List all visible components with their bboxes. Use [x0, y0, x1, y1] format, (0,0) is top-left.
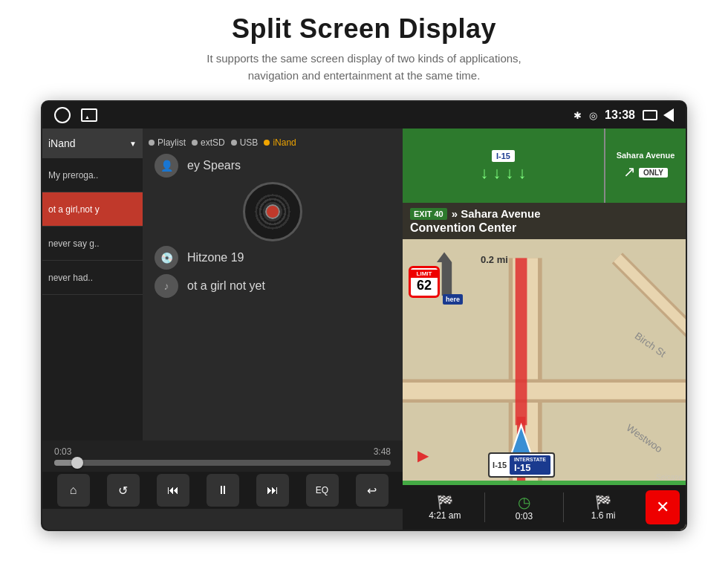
eta-block: 🏁 4:21 am — [409, 494, 481, 521]
i15-container: I-15 INTERSTATE I-15 — [488, 452, 555, 478]
checkered-flag-2-icon: 🏁 — [595, 494, 611, 510]
distance-block: 🏁 1.6 mi — [567, 494, 640, 521]
source-selector[interactable]: iNand ▼ — [42, 129, 143, 158]
vinyl-disc — [243, 182, 302, 241]
tab-inand[interactable]: iNand — [264, 137, 296, 148]
music-main: Playlist extSD USB iNand — [143, 129, 403, 440]
split-screen: iNand ▼ My preroga.. ot a girl,not y nev… — [42, 129, 686, 530]
playlist-item-2[interactable]: ot a girl,not y — [42, 192, 143, 227]
artist-row: 👤 ey Spears — [143, 154, 403, 178]
control-bar: ⌂ ↺ ⏮ ⏸ ⏭ EQ ↩ — [42, 472, 403, 509]
speed-limit-label: LIMIT — [411, 270, 438, 278]
exit-destination-line2: Convention Center — [410, 221, 678, 235]
nav-bottom-bar: 🏁 4:21 am ◷ 0:03 🏁 1.6 mi ✕ — [403, 485, 686, 530]
playlist-item-4[interactable]: never had.. — [42, 261, 143, 295]
distance-display: 0.2 mi — [481, 254, 508, 265]
speed-limit-value: 62 — [411, 278, 438, 294]
total-distance-value: 1.6 mi — [591, 510, 616, 521]
page-title: Split Screen Display — [0, 13, 728, 45]
green-sign-right: Sahara Avenue ↗ ONLY — [604, 129, 686, 203]
arrow-row: ↓ ↓ ↓ ↓ — [481, 165, 527, 181]
vinyl-center — [265, 204, 280, 219]
track-row: ♪ ot a girl not yet — [143, 274, 403, 298]
back-button[interactable]: ↩ — [356, 474, 389, 507]
only-badge: ONLY — [639, 168, 668, 178]
tab-playlist[interactable]: Playlist — [149, 137, 186, 148]
nav-divider-2 — [563, 492, 564, 522]
nav-icons — [643, 108, 674, 122]
device-frame: ✱ ◎ 13:38 iNand ▼ My preroga.. ot a gi — [41, 100, 687, 531]
highway-sign-area: I-15 ↓ ↓ ↓ ↓ Sahara Avenue ↗ ONLY — [403, 129, 686, 203]
prev-button[interactable]: ⏮ — [157, 474, 189, 507]
repeat-button[interactable]: ↺ — [107, 474, 140, 507]
eq-button[interactable]: EQ — [306, 474, 339, 507]
time-display: 13:38 — [605, 108, 635, 122]
nav-divider-1 — [484, 492, 485, 522]
screen-icon — [643, 110, 657, 120]
down-arrow-2: ↓ — [493, 165, 501, 181]
sahara-street-text: Sahara Avenue — [617, 151, 675, 160]
tab-extsd[interactable]: extSD — [192, 137, 225, 148]
progress-bar[interactable] — [54, 460, 391, 466]
nav-map: Birch St Westwoo I-15 ↓ ↓ ↓ ↓ — [403, 129, 686, 530]
source-tabs: Playlist extSD USB iNand — [143, 134, 403, 154]
here-badge: here — [443, 294, 463, 305]
home-button[interactable]: ⌂ — [57, 474, 90, 507]
source-label: iNand — [48, 137, 76, 149]
status-bar: ✱ ◎ 13:38 — [42, 102, 686, 129]
progress-area: 0:03 3:48 — [42, 440, 403, 472]
album-row: 💿 Hitzone 19 — [143, 246, 403, 270]
down-arrow-4: ↓ — [519, 165, 527, 181]
nav-panel: Birch St Westwoo I-15 ↓ ↓ ↓ ↓ — [403, 129, 686, 530]
playlist-sidebar: iNand ▼ My preroga.. ot a girl,not y nev… — [42, 129, 143, 440]
album-icon: 💿 — [155, 246, 178, 270]
clock-icon: ◷ — [518, 493, 530, 511]
bluetooth-icon: ✱ — [573, 110, 582, 121]
vinyl-art — [243, 182, 302, 241]
exit-badge: EXIT 40 — [410, 208, 447, 220]
exit-banner: EXIT 40 » Sahara Avenue Convention Cente… — [403, 203, 686, 239]
page-subtitle: It supports the same screen display of t… — [0, 51, 728, 84]
direction-arrow: ▶ — [417, 446, 429, 464]
map-content: LIMIT 62 here 0.2 mi I-15 INTERSTATE I-1… — [403, 244, 686, 485]
album-text: Hitzone 19 — [187, 251, 244, 264]
status-right: ✱ ◎ 13:38 — [573, 108, 674, 122]
music-top: iNand ▼ My preroga.. ot a girl,not y nev… — [42, 129, 403, 440]
speed-limit-sign: LIMIT 62 — [409, 266, 440, 298]
green-sign-left: I-15 ↓ ↓ ↓ ↓ — [403, 129, 604, 203]
next-button[interactable]: ⏭ — [256, 474, 289, 507]
exit-destination-line1: » Sahara Avenue — [452, 207, 541, 220]
elapsed-value: 0:03 — [516, 511, 533, 521]
down-arrow-1: ↓ — [481, 165, 489, 181]
location-icon: ◎ — [589, 110, 597, 121]
playlist-item-3[interactable]: never say g.. — [42, 227, 143, 261]
eta-value: 4:21 am — [429, 510, 461, 521]
i15-label: I-15 — [493, 461, 507, 469]
elapsed-block: ◷ 0:03 — [488, 493, 561, 521]
music-icon: ♪ — [155, 274, 178, 298]
progress-thumb[interactable] — [71, 457, 83, 469]
music-panel: iNand ▼ My preroga.. ot a girl,not y nev… — [42, 129, 403, 530]
i15-number: I-15 — [514, 462, 546, 473]
image-icon — [81, 108, 97, 122]
up-arrow-icon: ↗ — [623, 163, 636, 181]
time-row: 0:03 3:48 — [54, 446, 391, 457]
down-arrow-3: ↓ — [506, 165, 514, 181]
page-header: Split Screen Display It supports the sam… — [0, 0, 728, 91]
status-left — [54, 107, 97, 123]
back-icon — [663, 108, 674, 122]
i15-shield: INTERSTATE I-15 — [510, 455, 550, 475]
time-total: 3:48 — [374, 446, 391, 457]
close-nav-button[interactable]: ✕ — [646, 490, 680, 524]
dropdown-arrow-icon: ▼ — [129, 140, 137, 148]
circle-icon — [54, 107, 71, 123]
tab-usb[interactable]: USB — [231, 137, 259, 148]
playlist-item-1[interactable]: My preroga.. — [42, 158, 143, 192]
highway-badge: I-15 — [492, 150, 515, 162]
artist-text: ey Spears — [187, 159, 241, 172]
checkered-flag-1-icon: 🏁 — [437, 494, 453, 510]
track-text: ot a girl not yet — [187, 279, 265, 293]
time-current: 0:03 — [54, 446, 71, 457]
interstate-label: INTERSTATE — [514, 457, 546, 462]
play-pause-button[interactable]: ⏸ — [207, 474, 239, 507]
